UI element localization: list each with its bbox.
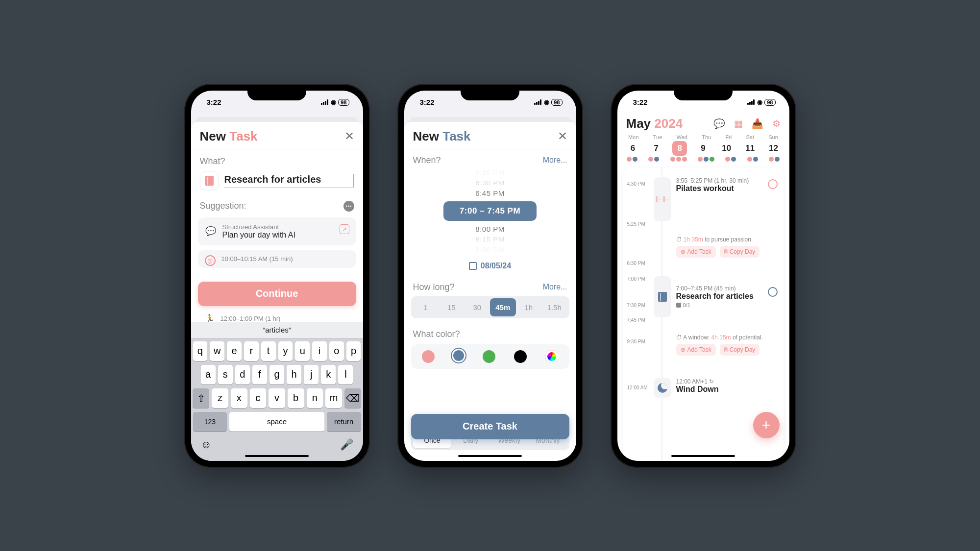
duration-15[interactable]: 15 <box>439 298 465 316</box>
task-icon-button[interactable] <box>200 171 219 190</box>
color-blue-selected[interactable] <box>453 350 464 361</box>
key-space[interactable]: space <box>229 412 324 431</box>
key-x[interactable]: x <box>231 388 247 408</box>
home-indicator[interactable] <box>245 455 309 457</box>
date-6[interactable]: 6 <box>625 141 640 156</box>
duration-30[interactable]: 30 <box>465 298 490 316</box>
key-shift[interactable]: ⇧ <box>193 388 209 408</box>
task-name-input[interactable]: Research for articles <box>224 174 354 188</box>
key-a[interactable]: a <box>201 365 216 384</box>
event1-time: 3:55–5:25 PM (1 hr, 30 min) <box>676 177 778 184</box>
event1-complete-toggle[interactable] <box>768 179 778 189</box>
time-option[interactable]: 8:30 PM <box>404 245 576 254</box>
time-picker[interactable]: 6:15 PM 6:30 PM 6:45 PM 7:00 – 7:45 PM 8… <box>404 168 576 255</box>
key-u[interactable]: u <box>295 341 310 361</box>
event2-complete-toggle[interactable] <box>768 287 778 297</box>
event-research[interactable]: 7:00–7:45 PM (45 min) Research for artic… <box>676 285 778 308</box>
home-indicator[interactable] <box>671 455 735 457</box>
color-black[interactable] <box>514 350 527 363</box>
duration-45m[interactable]: 45m <box>490 298 516 316</box>
key-y[interactable]: y <box>278 341 293 361</box>
key-i[interactable]: i <box>312 341 327 361</box>
key-p[interactable]: p <box>346 341 361 361</box>
key-o[interactable]: o <box>329 341 344 361</box>
ai-assistant-card[interactable]: 💬 Structured Assistant Plan your day wit… <box>198 217 356 245</box>
copy-day-button[interactable]: ⎘Copy Day <box>720 344 760 356</box>
add-fab[interactable]: + <box>753 412 780 438</box>
duration-1.5h[interactable]: 1.5h <box>541 298 567 316</box>
when-header: When? More... <box>404 149 576 168</box>
keyboard-suggestion[interactable]: “articles” <box>191 322 363 338</box>
key-s[interactable]: s <box>218 365 233 384</box>
color-green[interactable] <box>483 350 495 363</box>
when-more-link[interactable]: More... <box>543 156 567 165</box>
inbox-icon[interactable]: 📥 <box>752 118 763 129</box>
key-return[interactable]: return <box>327 412 361 431</box>
event-pilates[interactable]: 3:55–5:25 PM (1 hr, 30 min) Pilates work… <box>676 177 778 193</box>
key-n[interactable]: n <box>307 388 323 408</box>
key-b[interactable]: b <box>288 388 304 408</box>
date-10[interactable]: 10 <box>719 141 734 156</box>
date-11[interactable]: 11 <box>743 141 758 156</box>
time-option[interactable]: 6:45 PM <box>404 188 576 198</box>
key-l[interactable]: l <box>338 365 353 384</box>
color-pink[interactable] <box>422 350 435 363</box>
close-button[interactable]: ✕ <box>344 129 354 143</box>
time-slot-card-2[interactable]: 🏃 12:00–1:00 PM (1 hr) <box>198 310 356 323</box>
key-t[interactable]: t <box>261 341 276 361</box>
event-winddown[interactable]: 12:00 AM+1 ↻ Wind Down <box>676 378 778 394</box>
key-w[interactable]: w <box>210 341 224 361</box>
date-12[interactable]: 12 <box>766 141 781 156</box>
chat-icon[interactable]: 💬 <box>713 118 725 129</box>
tl-730: 7:30 PM <box>627 303 645 308</box>
key-h[interactable]: h <box>287 365 301 384</box>
copy-day-button[interactable]: ⎘Copy Day <box>720 246 760 258</box>
key-q[interactable]: q <box>193 341 208 361</box>
key-123[interactable]: 123 <box>193 412 227 431</box>
key-e[interactable]: e <box>227 341 242 361</box>
copy-icon: ⎘ <box>724 248 728 255</box>
time-slot-card-1[interactable]: @ 10:00–10:15 AM (15 min) <box>198 250 356 268</box>
date-button[interactable]: 08/05/24 <box>404 255 576 274</box>
key-d[interactable]: d <box>235 365 250 384</box>
key-f[interactable]: f <box>252 365 267 384</box>
create-task-button[interactable]: Create Task <box>411 414 569 439</box>
event3-title: Wind Down <box>676 385 778 394</box>
key-r[interactable]: r <box>244 341 259 361</box>
title-new: New <box>413 129 439 144</box>
status-icons: ◉ 98 <box>534 98 562 106</box>
settings-icon[interactable]: ⚙ <box>772 118 781 129</box>
time-selected[interactable]: 7:00 – 7:45 PM <box>443 201 537 221</box>
emoji-button[interactable]: ☺ <box>201 438 212 451</box>
tl-700: 7:00 PM <box>627 276 645 282</box>
key-z[interactable]: z <box>212 388 228 408</box>
time-option[interactable]: 6:30 PM <box>404 178 576 187</box>
duration-1h[interactable]: 1h <box>516 298 542 316</box>
key-m[interactable]: m <box>325 388 342 408</box>
mic-button[interactable]: 🎤 <box>340 438 353 451</box>
key-j[interactable]: j <box>304 365 318 384</box>
date-9[interactable]: 9 <box>696 141 710 156</box>
time-option[interactable]: 8:00 PM <box>404 224 576 234</box>
add-task-button[interactable]: ⊕Add Task <box>676 344 716 356</box>
suggestion-more-button[interactable]: ⋯ <box>343 201 354 212</box>
home-indicator[interactable] <box>458 455 522 457</box>
key-backspace[interactable]: ⌫ <box>344 388 361 408</box>
key-v[interactable]: v <box>269 388 285 408</box>
add-task-button[interactable]: ⊕Add Task <box>676 246 716 258</box>
close-button[interactable]: ✕ <box>558 129 567 143</box>
time-option[interactable]: 6:15 PM <box>404 168 576 177</box>
continue-button[interactable]: Continue <box>198 282 356 306</box>
month-title[interactable]: May 2024 <box>626 116 683 131</box>
duration-1[interactable]: 1 <box>413 298 439 316</box>
time-option[interactable]: 8:15 PM <box>404 235 576 243</box>
key-g[interactable]: g <box>270 365 284 384</box>
date-8-today[interactable]: 8 <box>672 141 687 156</box>
calendar-view-icon[interactable]: ▦ <box>734 118 743 129</box>
key-k[interactable]: k <box>321 365 336 384</box>
key-c[interactable]: c <box>250 388 267 408</box>
howlong-more-link[interactable]: More... <box>543 283 567 291</box>
tl-1200: 12:00 AM <box>627 385 648 390</box>
date-7[interactable]: 7 <box>649 141 663 156</box>
color-custom[interactable] <box>545 350 558 363</box>
